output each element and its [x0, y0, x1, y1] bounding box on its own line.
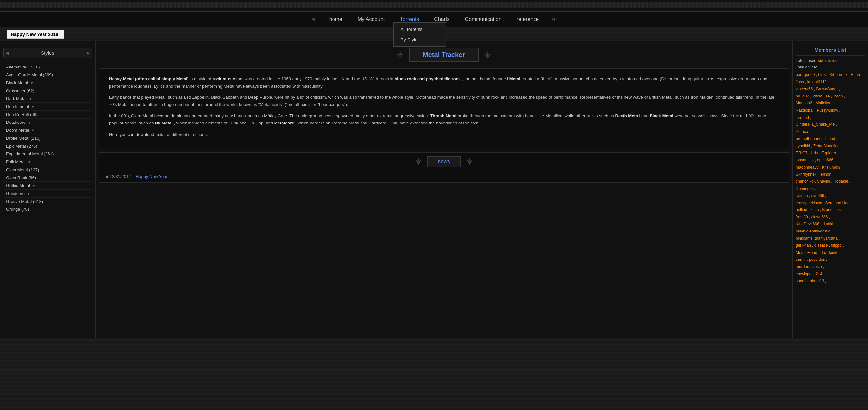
nav-right-decoration: ❧	[551, 15, 557, 23]
member-domingos[interactable]: Domingos	[796, 186, 814, 191]
content-paragraph-4: Here you can download metal of different…	[109, 131, 779, 138]
member-kjcm[interactable]: kjcm	[811, 207, 819, 212]
news-area: ⚜ news ⚜ ■ 12/31/2017 – Happy New Year!	[99, 152, 789, 183]
member-crustytheklown[interactable]: crustytheklown	[796, 201, 822, 205]
member-syn666[interactable]: syn666	[811, 193, 824, 198]
member-paragon69[interactable]: paragon69	[796, 72, 815, 77]
member-jarralad[interactable]: jarralad	[796, 115, 809, 120]
site-title: Metal Tracker	[409, 48, 479, 62]
nav-reference[interactable]: reference	[514, 15, 542, 24]
sidebar-item-groove-metal[interactable]: Groove Metal (618)	[3, 198, 92, 205]
sidebar-item-drone-metal[interactable]: Drone Metal (115)	[3, 134, 92, 142]
sidebar-item-crossover[interactable]: Crossover (62)	[3, 87, 92, 95]
expand-icon-grindcore: ▼	[27, 192, 30, 196]
member-krisiun999[interactable]: Krisiun999	[822, 165, 841, 170]
torrents-dropdown-menu: All torrents By Style	[394, 23, 446, 47]
member-petrica[interactable]: Petrica	[796, 129, 808, 134]
news-link-0[interactable]: Happy New Year!	[136, 174, 169, 179]
member-urbanexplorer[interactable]: UrbanExplorer	[811, 151, 836, 156]
latest-username: sefacrorce	[817, 58, 838, 63]
sidebar-item-doom-metal[interactable]: Doom Metal ▼	[3, 127, 92, 134]
sidebar-item-deathcore[interactable]: Deathcore ▼	[3, 118, 92, 127]
member-tytan[interactable]: Tytan	[833, 94, 843, 99]
member-crawlspace214[interactable]: crawlspace214	[796, 272, 822, 276]
sidebar-item-avant-garde[interactable]: Avant-Garde Metal (369)	[3, 71, 92, 79]
member-rafinha[interactable]: rafinha	[796, 193, 808, 198]
nav-home[interactable]: home	[327, 15, 345, 24]
member-gerikhan[interactable]: gerikhan	[796, 243, 811, 248]
nav-torrents-dropdown[interactable]: Torrents All torrents By Style	[397, 16, 422, 23]
member-cinderella[interactable]: Cinderella_Shake_Me	[796, 122, 835, 127]
member-frost89[interactable]: frost89	[796, 215, 808, 219]
member-poseidon[interactable]: poseidon	[809, 257, 825, 262]
member-lennon[interactable]: lennon	[819, 172, 831, 176]
sidebar-item-experimental-metal[interactable]: Experimental Metal (261)	[3, 150, 92, 158]
dropdown-by-style[interactable]: By Style	[394, 35, 446, 45]
member-drudkh[interactable]: drudkh	[823, 221, 835, 226]
member-vitek9614[interactable]: Vitek9614	[812, 94, 830, 99]
member-chenchiko[interactable]: chenchiko	[796, 179, 814, 184]
member-metal0head[interactable]: Metal0Head	[796, 250, 817, 255]
member-vincent56[interactable]: vincent56	[796, 87, 813, 91]
nav-my-account[interactable]: My Account	[355, 15, 388, 24]
member-davidpinto[interactable]: davidpinto	[820, 250, 839, 255]
member-tmmir[interactable]: tmmir	[796, 257, 806, 262]
sidebar-item-deathnroll[interactable]: Death'n'Roll (66)	[3, 111, 92, 118]
sidebar-item-epic-metal[interactable]: Epic Metal (276)	[3, 142, 92, 150]
sidebar-item-grindcore[interactable]: Grindcore ▼	[3, 190, 92, 198]
member-bruno[interactable]: Bruno filasi	[822, 207, 841, 212]
member-serginho[interactable]: Serginho Udo	[825, 201, 849, 205]
member-manson2[interactable]: Manson2	[796, 101, 812, 105]
member-promethean[interactable]: prometheannosebleed	[796, 136, 835, 141]
member-malfeitor[interactable]: Malfeitor	[815, 101, 831, 105]
nav-left-decoration: ❧	[311, 15, 317, 23]
sidebar-item-gothic-metal[interactable]: Gothic Metal ▼	[3, 182, 92, 190]
member-shaolin[interactable]: Shaolin	[817, 179, 830, 184]
member-murderassasin[interactable]: murderassasin	[796, 265, 822, 269]
expand-icon-folk-metal: ▼	[28, 160, 31, 164]
sidebar-item-glam-metal[interactable]: Glam Metal (127)	[3, 166, 92, 174]
member-biniu[interactable]: biniu	[818, 72, 826, 77]
members-online-label: Total online:	[796, 65, 865, 69]
member-filippo[interactable]: filippo	[831, 243, 841, 248]
member-clown666[interactable]: clown666	[811, 215, 828, 219]
member-brownsugar[interactable]: BrownSugar	[816, 87, 838, 91]
member-disease[interactable]: disease	[814, 243, 828, 248]
member-helliad[interactable]: helliad	[796, 207, 807, 212]
member-kingdevil666[interactable]: KingDevil666	[796, 221, 819, 226]
nav-communication[interactable]: Communication	[462, 15, 504, 24]
member-brujo87[interactable]: brujo87	[796, 94, 809, 99]
member-rodakai[interactable]: Rodakai	[833, 179, 848, 184]
news-item-0: ■ 12/31/2017 – Happy New Year!	[99, 171, 788, 182]
member-opeth666[interactable]: opeth666	[817, 158, 833, 162]
dropdown-all-torrents[interactable]: All torrents	[394, 24, 446, 35]
sidebar-item-alternative[interactable]: Alternative (1510)	[3, 63, 92, 71]
sidebar-item-folk-metal[interactable]: Folk Metal ▼	[3, 158, 92, 166]
members-online-list: paragon69 , biniu , Kibernetik , Hugh Ja…	[796, 71, 865, 285]
member-sonofsabbath13[interactable]: sonofsabbath13	[796, 279, 824, 283]
expand-icon-dark-metal: ▼	[29, 97, 32, 101]
member-knight2112[interactable]: knight2112	[807, 80, 827, 84]
member-skhrnykhsk[interactable]: Skhrnykhsk	[796, 172, 816, 176]
sidebar-item-glam-rock[interactable]: Glam Rock (86)	[3, 174, 92, 182]
member-kibernetik[interactable]: Kibernetik	[830, 72, 847, 77]
content-bold-intro: Heavy Metal (often called simply Metal)	[109, 76, 188, 81]
member-sasariello[interactable]: sasariello	[797, 158, 814, 162]
member-pussywillow[interactable]: Pussywillow	[816, 108, 838, 113]
member-zetan[interactable]: ZetanBloodline	[813, 144, 840, 148]
content-paragraph-3: In the 80's, Glam Metal became dominant …	[109, 112, 779, 127]
sidebar-item-death-metal[interactable]: Death metal ▼	[3, 103, 92, 111]
content-paragraph-1: Heavy Metal (often called simply Metal) …	[109, 75, 779, 90]
sidebar-item-black-metal[interactable]: Black Metal ▼	[3, 79, 92, 87]
sidebar-item-grunge[interactable]: Grunge (78)	[3, 205, 92, 213]
member-pinkcams[interactable]: pinkcams	[796, 236, 813, 241]
top-bar-pattern	[0, 2, 868, 8]
sidebar-item-dark-metal[interactable]: Dark Metal ▼	[3, 95, 92, 103]
content-thrash-metal: Thrash Metal	[430, 113, 457, 118]
member-razdolbai[interactable]: Razdolbai	[796, 108, 813, 113]
member-thamyarcana[interactable]: thamyarcana	[815, 236, 837, 241]
member-eric7[interactable]: ERIC7	[796, 151, 807, 156]
member-malevolent[interactable]: malevolentinvocatio	[796, 229, 831, 234]
member-madbhheavy[interactable]: madbhheavy	[796, 165, 818, 170]
member-kyheikki[interactable]: kyheikki	[796, 144, 810, 148]
